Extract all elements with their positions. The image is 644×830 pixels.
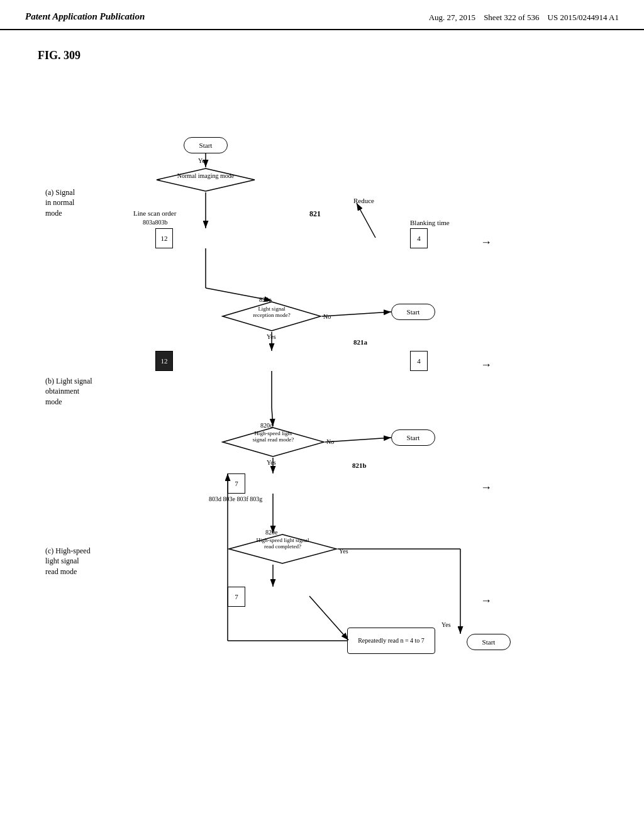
no-820c: No (323, 313, 331, 320)
svg-line-8 (322, 312, 391, 316)
pub-sheet: Sheet 322 of 536 (484, 13, 539, 22)
label-803d: 803d 803e 803f 803g (209, 495, 262, 502)
yes-820c: Yes (267, 333, 276, 340)
arrows-svg (39, 49, 511, 678)
arrow-right-a: → (480, 236, 492, 249)
arrow-right-c2: → (480, 594, 492, 607)
repeatedly-read-box: Repeatedly read n = 4 to 7 (347, 628, 435, 654)
svg-line-18 (309, 596, 348, 640)
start-oval-final: Start (467, 634, 511, 650)
id-820c: 820c (259, 296, 271, 303)
yes-820e: Yes (339, 548, 348, 555)
pub-number: US 2015/0244914 A1 (548, 13, 619, 22)
section-a-label: (a) Signalin normalmode (45, 187, 75, 219)
id-820e: 820e (265, 529, 277, 536)
start-oval-c1: Start (391, 429, 435, 446)
reduce-label: Reduce (353, 197, 374, 204)
id-820d: 820d (260, 422, 273, 429)
cell-a-12: 12 (155, 228, 173, 248)
yes-label-a: Yes (198, 157, 208, 164)
publication-info: Aug. 27, 2015 Sheet 322 of 536 US 2015/0… (429, 11, 619, 24)
diagram-container: (a) Signalin normalmode Start Yes Normal… (39, 49, 605, 791)
blanking-time-label: Blanking time (410, 219, 450, 226)
cell-a-e4: 4 (410, 228, 428, 248)
arrow-right-c1: → (480, 481, 492, 494)
publication-title: Patent Application Publication (25, 11, 145, 22)
cell-c1-7b: 7 (228, 473, 245, 494)
section-b-label: (b) Light signalobtainmentmode (45, 376, 92, 407)
section-c-label: (c) High-speedlight signalread mode (45, 546, 91, 577)
svg-line-21 (357, 203, 375, 238)
label-803a: 803a803b (143, 219, 167, 226)
cell-c2-7: 7 (228, 587, 245, 607)
diamond-820c: Light signalreception mode? (221, 301, 322, 332)
label-821b: 821b (352, 462, 367, 469)
pub-date: Aug. 27, 2015 (429, 13, 475, 22)
main-content: FIG. 309 (a) Signalin normalmode Start Y… (0, 30, 644, 804)
start-oval-b: Start (391, 304, 435, 320)
diamond-820e: High-speed light signalread completed? (228, 533, 338, 565)
cell-b-12-dark: 12 (155, 351, 173, 371)
cell-b-e4: 4 (410, 351, 428, 371)
yes-final: Yes (441, 621, 451, 628)
yes-820d: Yes (267, 459, 276, 466)
arrow-right-b: → (480, 358, 492, 372)
label-821a: 821a (353, 338, 367, 346)
svg-line-12 (325, 438, 391, 442)
line-scan-order-label: Line scan order (133, 209, 176, 217)
page-header: Patent Application Publication Aug. 27, … (0, 0, 644, 30)
diamond-820d: High-speed lightsignal read mode? (221, 426, 325, 458)
label-821: 821 (309, 209, 321, 219)
no-820d: No (326, 438, 334, 445)
normal-imaging-box: Normal imaging mode (155, 167, 256, 192)
start-oval-a: Start (184, 137, 228, 153)
